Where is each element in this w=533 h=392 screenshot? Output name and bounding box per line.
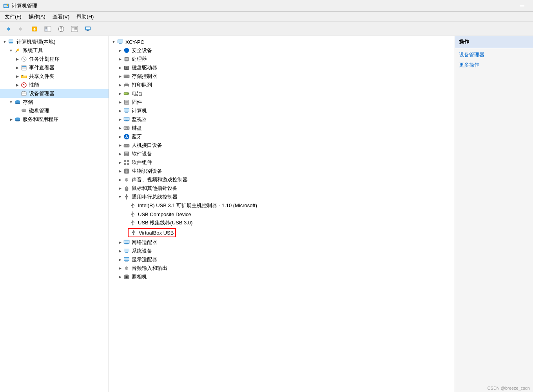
root-expand[interactable]: ▼ (2, 39, 8, 45)
center-cat-11[interactable]: ▶ 人机接口设备 (109, 141, 455, 150)
cat-expand-3[interactable]: ▶ (117, 73, 123, 79)
center-cat-21[interactable]: ▶ 音频输入和输出 (109, 264, 455, 273)
cat-expand-17[interactable]: ▼ (117, 194, 123, 200)
center-cat-20[interactable]: ▶ 显示适配器 (109, 255, 455, 264)
show-tree-button[interactable] (42, 23, 54, 34)
center-cat-0[interactable]: ▶ 安全设备 (109, 46, 455, 55)
center-cat-4[interactable]: ▶ 打印队列 (109, 81, 455, 89)
cat-expand-6[interactable]: ▶ (117, 99, 123, 105)
svg-rect-27 (9, 40, 13, 42)
center-cat-3[interactable]: ▶ 存储控制器 (109, 72, 455, 81)
window-controls[interactable]: — (514, 2, 530, 10)
cat-expand-20[interactable]: ▶ (117, 257, 123, 263)
right-devmgr-item[interactable]: 设备管理器 (455, 50, 533, 60)
cat-expand-12[interactable]: ▶ (117, 151, 123, 157)
center-cat-13[interactable]: ▶ 软件组件 (109, 158, 455, 167)
cat-expand-22[interactable]: ▶ (117, 274, 123, 280)
disk-mgmt-label: 磁盘管理 (29, 107, 49, 114)
tree-device-manager-left[interactable]: ▶ 设备管理器 (0, 89, 109, 98)
center-child-17-0[interactable]: Intel(R) USB 3.1 可扩展主机控制器 - 1.10 (Micros… (109, 201, 455, 210)
cat-expand-0[interactable]: ▶ (117, 47, 123, 54)
cat-icon-6 (123, 99, 130, 106)
svg-point-134 (132, 224, 134, 226)
monitor-button[interactable] (82, 23, 94, 34)
tree-storage[interactable]: ▼ 存储 (0, 98, 109, 107)
menu-action[interactable]: 操作(A) (25, 13, 49, 21)
cat-expand-2[interactable]: ▶ (117, 65, 123, 71)
tree-system-tools[interactable]: ▼ 系统工具 (0, 46, 109, 55)
cat-expand-5[interactable]: ▶ (117, 90, 123, 97)
system-tools-expand[interactable]: ▼ (8, 47, 14, 54)
center-cat-10[interactable]: ▶ 𝐀 蓝牙 (109, 132, 455, 141)
cat-expand-10[interactable]: ▶ (117, 134, 123, 140)
help-icon: ? (58, 25, 65, 33)
center-cat-19[interactable]: ▶ 系统设备 (109, 247, 455, 255)
center-cat-15[interactable]: ▶ 声音、视频和游戏控制器 (109, 175, 455, 184)
center-cat-9[interactable]: ▶ 键盘 (109, 124, 455, 132)
center-cat-14[interactable]: ▶ 生物识别设备 (109, 167, 455, 175)
tree-event-viewer[interactable]: ▶ 事件查看器 (0, 63, 109, 72)
cat-expand-16[interactable]: ▶ (117, 185, 123, 191)
up-button[interactable] (28, 23, 41, 34)
center-cat-12[interactable]: ▶ 软件设备 (109, 150, 455, 158)
cat-expand-1[interactable]: ▶ (117, 56, 123, 62)
shared-expand[interactable]: ▶ (14, 73, 20, 79)
forward-button[interactable] (15, 23, 27, 34)
menu-help[interactable]: 帮助(H) (73, 13, 97, 21)
center-child-17-3[interactable]: VirtualBox USB (109, 227, 455, 238)
task-expand[interactable]: ▶ (14, 56, 20, 62)
cat-expand-18[interactable]: ▶ (117, 239, 123, 246)
minimize-button[interactable]: — (514, 2, 530, 10)
menu-view[interactable]: 查看(V) (49, 13, 73, 21)
center-cat-2[interactable]: ▶ 磁盘驱动器 (109, 63, 455, 72)
cat-expand-9[interactable]: ▶ (117, 125, 123, 131)
perf-expand[interactable]: ▶ (14, 82, 20, 88)
svg-rect-151 (125, 252, 128, 253)
tree-shared-folders[interactable]: ▶ 共享文件夹 (0, 72, 109, 81)
tree-services[interactable]: ▶ 服务和应用程序 (0, 115, 109, 124)
center-child-17-2[interactable]: USB 根集线器(USB 3.0) (109, 219, 455, 227)
help-button[interactable]: ? (55, 23, 67, 34)
center-cat-8[interactable]: ▶ 监视器 (109, 115, 455, 124)
center-cat-17[interactable]: ▼ 通用串行总线控制器 (109, 193, 455, 201)
event-expand[interactable]: ▶ (14, 65, 20, 71)
cat-expand-21[interactable]: ▶ (117, 265, 123, 271)
cat-expand-13[interactable]: ▶ (117, 159, 123, 166)
menu-file[interactable]: 文件(F) (2, 13, 25, 21)
cat-expand-8[interactable]: ▶ (117, 116, 123, 123)
cat-label-12: 软件设备 (132, 150, 152, 157)
center-root-expand[interactable]: ▼ (111, 39, 117, 45)
center-cat-6[interactable]: ▶ 固件 (109, 98, 455, 107)
center-cat-1[interactable]: ▶ 处理器 (109, 55, 455, 63)
tree-disk-mgmt[interactable]: ▶ 磁盘管理 (0, 107, 109, 115)
center-cat-22[interactable]: ▶ 照相机 (109, 273, 455, 281)
tree-task-scheduler[interactable]: ▶ 任务计划程序 (0, 55, 109, 63)
tree-root[interactable]: ▼ 计算机管理(本地) (0, 38, 109, 46)
cat-expand-15[interactable]: ▶ (117, 177, 123, 183)
back-button[interactable] (2, 23, 14, 34)
svg-rect-23 (86, 27, 90, 29)
details-button[interactable] (68, 23, 81, 34)
center-cat-7[interactable]: ▶ 计算机 (109, 107, 455, 115)
main-layout: ▼ 计算机管理(本地) ▼ 系统工具 ▶ 任务计划程序 ▶ (0, 36, 533, 392)
cat-expand-14[interactable]: ▶ (117, 168, 123, 174)
svg-rect-24 (87, 30, 89, 31)
cat-expand-4[interactable]: ▶ (117, 82, 123, 88)
center-child-17-1[interactable]: USB Composite Device (109, 210, 455, 219)
center-cat-16[interactable]: ▶ 鼠标和其他指针设备 (109, 184, 455, 193)
cat-expand-19[interactable]: ▶ (117, 248, 123, 254)
center-cat-18[interactable]: ▶ 网络适配器 (109, 238, 455, 247)
services-expand[interactable]: ▶ (8, 116, 14, 123)
center-cat-5[interactable]: ▶ 电池 (109, 89, 455, 98)
tree-performance[interactable]: ▶ 性能 (0, 81, 109, 89)
monitor-icon (84, 25, 91, 33)
cat-icon-8 (123, 116, 130, 123)
center-root[interactable]: ▼ XCY-PC (109, 38, 455, 46)
cat-label-13: 软件组件 (132, 159, 152, 166)
storage-expand[interactable]: ▼ (8, 99, 14, 105)
tools-icon (14, 47, 21, 54)
cat-expand-11[interactable]: ▶ (117, 142, 123, 148)
right-more-item[interactable]: 更多操作 (455, 60, 533, 70)
cat-expand-7[interactable]: ▶ (117, 108, 123, 114)
svg-rect-28 (10, 43, 12, 43)
